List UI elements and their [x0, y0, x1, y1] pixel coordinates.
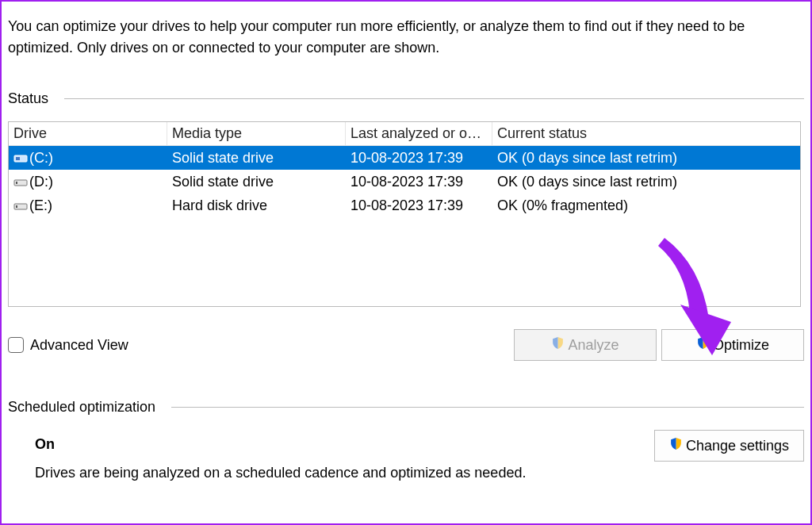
- table-row[interactable]: (C:)Solid state drive10-08-2023 17:39OK …: [9, 146, 800, 170]
- section-divider: [171, 407, 804, 408]
- drive-cell-media: Solid state drive: [167, 171, 346, 194]
- drive-cell-status: OK (0 days since last retrim): [492, 171, 800, 194]
- drive-table-header: Drive Media type Last analyzed or op... …: [9, 122, 800, 146]
- drive-icon: [13, 153, 28, 164]
- optimize-button-label: Optimize: [713, 337, 769, 354]
- drive-cell-media: Solid state drive: [167, 147, 346, 170]
- column-header-drive[interactable]: Drive: [9, 122, 167, 145]
- drive-cell-status: OK (0 days since last retrim): [492, 147, 800, 170]
- svg-rect-1: [16, 157, 20, 160]
- drive-table: Drive Media type Last analyzed or op... …: [8, 121, 801, 307]
- svg-rect-5: [16, 205, 17, 208]
- drive-cell-media: Hard disk drive: [167, 194, 346, 217]
- advanced-view-input[interactable]: [8, 337, 24, 353]
- drive-cell-name: (C:): [9, 147, 167, 170]
- optimize-button[interactable]: Optimize: [661, 329, 804, 361]
- column-header-status[interactable]: Current status: [492, 122, 800, 145]
- drive-name-text: (E:): [29, 197, 52, 213]
- drive-name-text: (D:): [29, 174, 53, 190]
- drive-cell-last: 10-08-2023 17:39: [346, 194, 492, 217]
- scheduled-text: On Drives are being analyzed on a schedu…: [35, 430, 526, 487]
- drive-cell-name: (D:): [9, 171, 167, 194]
- column-header-last[interactable]: Last analyzed or op...: [346, 122, 492, 145]
- analyze-button-label: Analyze: [568, 337, 619, 354]
- advanced-view-checkbox[interactable]: Advanced View: [8, 337, 128, 354]
- shield-icon: [669, 437, 683, 454]
- change-settings-button[interactable]: Change settings: [654, 430, 804, 462]
- table-actions-row: Advanced View Analyze Optimize: [8, 329, 804, 361]
- table-row[interactable]: (E:)Hard disk drive10-08-2023 17:39OK (0…: [9, 194, 800, 217]
- column-header-media[interactable]: Media type: [167, 122, 346, 145]
- shield-icon: [696, 336, 710, 354]
- status-label: Status: [8, 90, 64, 107]
- scheduled-optimization-section: Scheduled optimization On Drives are bei…: [8, 399, 804, 487]
- scheduled-body: On Drives are being analyzed on a schedu…: [8, 430, 804, 487]
- section-divider: [64, 98, 804, 99]
- drive-table-body: (C:)Solid state drive10-08-2023 17:39OK …: [9, 146, 800, 217]
- shield-icon: [551, 336, 565, 354]
- scheduled-description: Drives are being analyzed on a scheduled…: [35, 458, 526, 487]
- advanced-view-label: Advanced View: [30, 337, 128, 354]
- scheduled-state: On: [35, 430, 526, 458]
- status-section-header: Status: [8, 90, 804, 107]
- scheduled-section-label: Scheduled optimization: [8, 399, 171, 416]
- action-button-row: Analyze Optimize: [514, 329, 804, 361]
- drive-icon: [13, 177, 28, 188]
- drive-cell-status: OK (0% fragmented): [492, 194, 800, 217]
- drive-icon: [13, 201, 28, 212]
- svg-rect-3: [16, 182, 17, 184]
- intro-text: You can optimize your drives to help you…: [8, 16, 804, 59]
- drive-name-text: (C:): [29, 150, 53, 166]
- analyze-button[interactable]: Analyze: [514, 329, 657, 361]
- table-row[interactable]: (D:)Solid state drive10-08-2023 17:39OK …: [9, 170, 800, 194]
- scheduled-section-header: Scheduled optimization: [8, 399, 804, 416]
- drive-cell-last: 10-08-2023 17:39: [346, 171, 492, 194]
- drive-cell-name: (E:): [9, 194, 167, 217]
- drive-cell-last: 10-08-2023 17:39: [346, 147, 492, 170]
- change-settings-label: Change settings: [686, 438, 789, 454]
